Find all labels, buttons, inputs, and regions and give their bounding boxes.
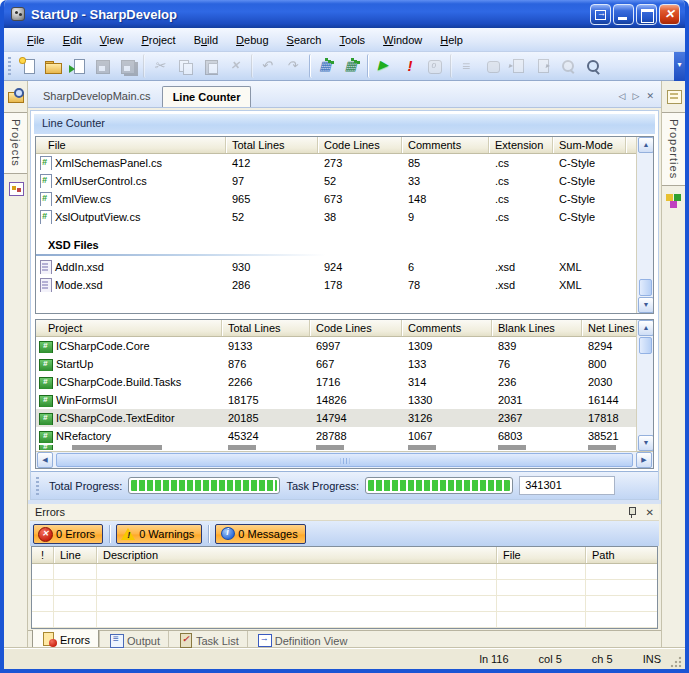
file-row[interactable]: AddIn.xsd 930 924 6 .xsd XML — [36, 258, 636, 276]
document-tab[interactable]: SharpDevelopMain.cs — [32, 85, 162, 107]
toolbar-button[interactable] — [397, 54, 422, 78]
toolbar-button[interactable] — [198, 54, 223, 78]
file-row[interactable]: XmlUserControl.cs 97 52 33 .cs C-Style — [36, 172, 636, 190]
toolbar-button[interactable] — [223, 54, 248, 78]
copy-icon — [177, 58, 195, 74]
project-row[interactable]: ICSharpCode.Build.Tasks 2266 1716 314 23… — [36, 373, 636, 391]
toolbox-icon[interactable] — [664, 190, 684, 212]
document-tab[interactable]: Line Counter — [162, 86, 252, 107]
toolbar-overflow-button[interactable]: ▾ — [674, 52, 685, 81]
column-header-description[interactable]: Description — [97, 547, 497, 563]
project-row[interactable]: StartUp 876 667 133 76 800 — [36, 355, 636, 373]
column-header-code-lines[interactable]: Code Lines — [318, 137, 402, 153]
column-header-file[interactable]: File — [36, 137, 226, 153]
properties-icon[interactable] — [664, 86, 684, 108]
scroll-up-icon[interactable]: ▲ — [638, 137, 654, 153]
toolbar-button[interactable] — [251, 54, 281, 78]
project-row[interactable]: WinFormsUI 18175 14826 1330 2031 16144 — [36, 391, 636, 409]
toolbar-button[interactable] — [530, 54, 555, 78]
bottom-tab[interactable]: Errors — [32, 630, 99, 650]
toolbar-button[interactable] — [555, 54, 580, 78]
scroll-thumb[interactable] — [56, 453, 633, 467]
progress-strip-grip[interactable] — [36, 477, 39, 495]
toolbar-button[interactable] — [480, 54, 505, 78]
menu-item[interactable]: Edit — [54, 31, 91, 49]
sidebar-tab-projects[interactable]: Projects — [4, 112, 27, 174]
toolbar-button[interactable] — [115, 54, 140, 78]
projects-icon[interactable] — [6, 86, 26, 108]
project-row[interactable]: ICSharpCode.Core 9133 6997 1309 839 8294 — [36, 337, 636, 355]
column-header-total-lines[interactable]: Total Lines — [226, 137, 318, 153]
column-header-code-lines[interactable]: Code Lines — [310, 320, 402, 336]
sidebar-tab-properties[interactable]: Properties — [662, 112, 685, 186]
toolbar-button[interactable] — [309, 54, 339, 78]
column-header-extension[interactable]: Extension — [489, 137, 553, 153]
toolbar-button[interactable] — [367, 54, 397, 78]
column-header-sum-mode[interactable]: Sum-Mode — [553, 137, 626, 153]
toolbar-button[interactable] — [505, 54, 530, 78]
scroll-left-icon[interactable]: ◀ — [37, 452, 53, 468]
toolbar-button[interactable] — [90, 54, 115, 78]
scroll-up-icon[interactable]: ▲ — [638, 320, 654, 336]
column-header-total-lines[interactable]: Total Lines — [222, 320, 310, 336]
toolbar-grip[interactable] — [8, 57, 11, 75]
toolbar-button[interactable] — [281, 54, 306, 78]
filter-toggle-button[interactable]: 0 Messages — [215, 524, 305, 544]
toolbar-button[interactable] — [450, 54, 480, 78]
menu-item[interactable]: Tools — [330, 31, 374, 49]
menu-item[interactable]: Project — [132, 31, 184, 49]
menu-item[interactable]: Search — [278, 31, 331, 49]
status-item: col 5 — [539, 653, 562, 665]
next-tab-icon[interactable]: ▷ — [633, 91, 640, 101]
filter-toggle-button[interactable]: 0 Errors — [33, 524, 103, 544]
menu-item[interactable]: Debug — [227, 31, 277, 49]
column-header-line[interactable]: Line — [54, 547, 97, 563]
prev-tab-icon[interactable]: ◁ — [619, 91, 626, 101]
bookmarks-icon — [458, 58, 476, 74]
toolbar-button[interactable] — [40, 54, 65, 78]
scroll-down-icon[interactable]: ▼ — [638, 297, 654, 313]
menu-item[interactable]: View — [91, 31, 133, 49]
file-row[interactable]: XslOutputView.cs 52 38 9 .cs C-Style — [36, 208, 636, 226]
column-header-comments[interactable]: Comments — [402, 320, 492, 336]
menu-item[interactable]: Window — [374, 31, 431, 49]
pin-icon[interactable] — [627, 506, 637, 519]
menu-item[interactable]: Build — [185, 31, 227, 49]
titlebar[interactable]: StartUp - SharpDevelop ✕ — [4, 0, 685, 28]
menu-item[interactable]: File — [18, 31, 54, 49]
menu-item[interactable]: Help — [431, 31, 472, 49]
column-header-severity[interactable]: ! — [32, 547, 54, 563]
toolbar-button[interactable] — [143, 54, 173, 78]
column-header-project[interactable]: Project — [36, 320, 222, 336]
panel-close-icon[interactable]: ✕ — [646, 507, 654, 518]
file-row[interactable]: Mode.xsd 286 178 78 .xsd XML — [36, 276, 636, 294]
close-tab-icon[interactable]: ✕ — [646, 91, 654, 101]
file-row[interactable]: XmlView.cs 965 673 148 .cs C-Style — [36, 190, 636, 208]
xsd-file-icon — [39, 278, 52, 292]
scroll-thumb[interactable] — [639, 279, 652, 296]
scroll-right-icon[interactable]: ▶ — [636, 452, 652, 468]
file-row[interactable]: XmlSchemasPanel.cs 412 273 85 .cs C-Styl… — [36, 154, 636, 172]
minimize-button[interactable] — [613, 4, 634, 25]
abort-icon — [401, 58, 419, 74]
project-row[interactable]: NRefactory 45324 28788 1067 6803 38521 — [36, 427, 636, 445]
column-header-comments[interactable]: Comments — [402, 137, 489, 153]
column-header-file[interactable]: File — [497, 547, 586, 563]
toolbar-button[interactable] — [15, 54, 40, 78]
column-header-blank-lines[interactable]: Blank Lines — [492, 320, 582, 336]
project-row[interactable]: ICSharpCode.TextEditor 20185 14794 3126 … — [36, 409, 636, 427]
close-button[interactable]: ✕ — [659, 4, 680, 25]
filter-toggle-button[interactable]: 0 Warnings — [116, 524, 202, 544]
resize-grip[interactable] — [669, 655, 682, 668]
maximize-button[interactable] — [636, 4, 657, 25]
scroll-thumb[interactable] — [639, 337, 652, 354]
classes-icon[interactable] — [6, 178, 26, 200]
toolbar-button[interactable] — [339, 54, 364, 78]
float-window-button[interactable] — [590, 4, 611, 25]
scroll-down-icon[interactable]: ▼ — [638, 435, 654, 451]
toolbar-button[interactable] — [580, 54, 605, 78]
column-header-path[interactable]: Path — [586, 547, 657, 563]
toolbar-button[interactable] — [65, 54, 90, 78]
toolbar-button[interactable] — [422, 54, 447, 78]
toolbar-button[interactable] — [173, 54, 198, 78]
